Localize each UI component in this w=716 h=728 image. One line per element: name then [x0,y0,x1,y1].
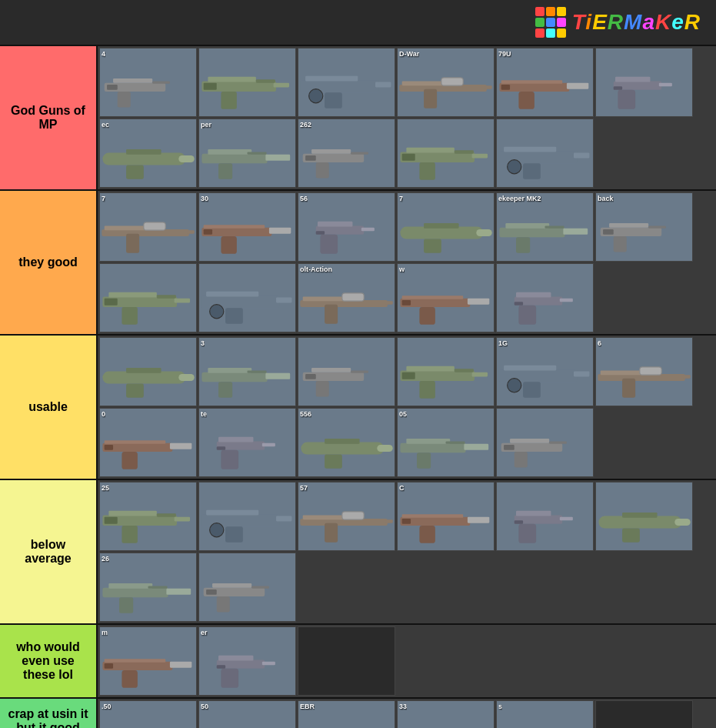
list-item[interactable] [198,48,296,117]
svg-rect-93 [225,308,243,323]
list-item[interactable]: 4 [99,48,197,117]
list-item[interactable]: w [397,263,495,332]
svg-rect-175 [276,516,291,521]
svg-rect-190 [515,520,523,524]
svg-rect-151 [301,442,384,454]
list-item[interactable]: er [198,626,296,696]
list-item[interactable] [595,700,693,728]
list-item[interactable]: 50 [198,700,296,728]
list-item[interactable]: 1G [496,337,594,406]
gun-name-label: EBR [300,703,315,710]
list-item[interactable]: te [198,408,296,477]
gun-image [398,207,494,261]
svg-rect-62 [204,225,265,229]
gun-image [497,715,593,728]
svg-rect-32 [126,149,161,155]
gun-image [398,62,494,116]
gun-name-label: s [498,703,502,710]
gun-image [100,641,196,695]
list-item[interactable]: 30 [198,192,296,262]
list-item[interactable]: ekeeper MK2 [496,192,594,262]
svg-rect-83 [614,236,627,252]
svg-rect-153 [325,454,342,468]
list-item[interactable]: back [595,192,693,262]
list-item[interactable] [298,626,395,696]
list-item[interactable]: 6 [595,337,693,406]
svg-rect-113 [126,383,144,397]
list-item[interactable]: 05 [397,408,495,477]
list-item[interactable]: .50 [99,700,197,728]
list-item[interactable]: 33 [397,700,495,728]
list-item[interactable]: 3 [198,337,296,406]
list-item[interactable]: 262 [298,119,395,188]
svg-rect-63 [221,236,236,254]
svg-rect-140 [684,375,691,379]
gun-image [398,496,494,550]
list-item[interactable]: 26 [99,553,197,622]
gun-image [398,352,494,406]
list-item[interactable]: s [496,700,594,728]
list-item[interactable]: 25 [99,482,197,551]
list-item[interactable] [99,263,197,332]
list-item[interactable] [496,482,594,551]
svg-rect-1 [113,78,152,83]
gun-image [497,278,593,332]
list-item[interactable] [298,337,395,406]
gun-image [497,352,593,406]
list-item[interactable] [298,48,395,117]
list-item[interactable] [595,482,693,551]
svg-rect-78 [516,237,530,252]
logo-grid [535,7,566,38]
svg-rect-189 [560,516,573,520]
gun-name-label: 50 [201,703,208,710]
svg-rect-155 [400,442,465,452]
list-item[interactable] [397,337,495,406]
list-item[interactable]: 0 [99,408,197,477]
list-item[interactable] [496,119,594,188]
svg-rect-143 [122,452,137,469]
list-item[interactable] [99,337,197,406]
gun-name-label: er [201,629,208,636]
tier-label-who-would: who would even use these lol [0,625,98,697]
svg-rect-195 [102,587,168,597]
svg-rect-187 [516,511,551,516]
svg-rect-23 [518,92,534,109]
gun-image [596,496,692,550]
list-item[interactable]: D-War [397,48,495,117]
list-item[interactable] [496,263,594,332]
list-item[interactable]: 79U [496,48,594,117]
svg-rect-50 [472,153,488,158]
list-item[interactable] [198,553,296,622]
list-item[interactable]: per [198,119,296,188]
svg-rect-204 [206,589,217,595]
list-item[interactable]: EBR [298,700,395,728]
list-item[interactable] [595,48,693,117]
list-item[interactable] [397,119,495,188]
gun-image [298,207,395,261]
svg-rect-181 [400,516,470,525]
list-item[interactable]: 7 [99,192,197,262]
list-item[interactable]: olt-Action [298,263,395,332]
list-item[interactable]: ec [99,119,197,188]
svg-rect-152 [325,439,359,444]
gun-name-label: m [102,629,108,636]
page-wrapper: TiERMaKeR God Guns of MP4 D-War [0,0,716,728]
svg-rect-135 [574,371,589,376]
list-item[interactable]: 56 [298,192,395,262]
svg-rect-128 [419,381,435,399]
header: TiERMaKeR [0,0,716,46]
list-item[interactable]: 7 [397,192,495,262]
list-item[interactable]: m [99,626,197,696]
svg-rect-178 [325,523,338,542]
list-item[interactable] [198,263,296,332]
list-item[interactable]: 556 [298,408,395,477]
svg-rect-59 [144,222,165,230]
gun-name-label: w [399,265,405,273]
list-item[interactable]: 57 [298,482,395,551]
list-item[interactable] [496,408,594,477]
gun-image [298,496,395,550]
gun-image [398,422,494,476]
tier-label-below-avg: below average [0,480,98,623]
list-item[interactable] [198,482,296,551]
list-item[interactable]: C [397,482,495,551]
